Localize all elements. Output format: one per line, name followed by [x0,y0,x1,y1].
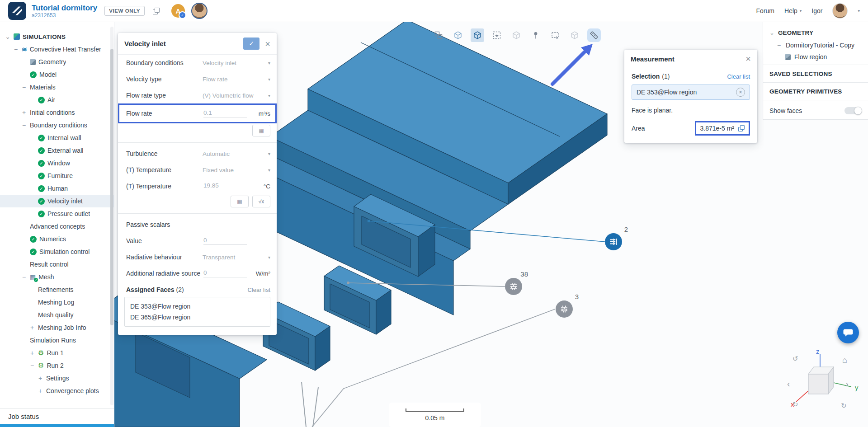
radiative-behaviour-select[interactable]: Transparent▾ [203,254,270,261]
clear-list-link[interactable]: Clear list [247,286,270,293]
tree-item-velocity-inlet[interactable]: ✓Velocity inlet [0,195,114,207]
tree-item-convergence-plots[interactable]: +Convergence plots [0,385,114,397]
tree-item-geometry[interactable]: Geometry [0,56,114,68]
geometry-primitives-header[interactable]: GEOMETRY PRIMITIVES [763,84,868,98]
plus-expander-icon[interactable]: + [29,324,35,331]
job-status-label: Job status [8,413,39,420]
measure-tool-icon[interactable] [587,28,601,42]
velocity-inlet-marker[interactable]: 2 [605,233,622,250]
plus-expander-icon[interactable]: + [37,387,43,394]
apply-button[interactable]: ✓ [243,38,259,50]
turbulence-select[interactable]: Automatic▾ [203,150,270,157]
tree-item-label: Meshing Log [38,299,74,306]
tree-item-materials[interactable]: −Materials [0,81,114,94]
tree-item-simulation-runs[interactable]: Simulation Runs [0,334,114,347]
select-face-icon[interactable] [490,28,504,42]
help-menu[interactable]: Help▾ [784,7,802,14]
support-chat-button[interactable] [837,322,859,343]
area-value-box[interactable]: 3.871e-5 m² [695,121,750,136]
minus-expander-icon[interactable]: − [21,84,27,91]
minus-expander-icon[interactable]: − [29,362,35,369]
tree-item-label: Advanced concepts [30,223,85,230]
plus-expander-icon[interactable]: + [29,349,35,357]
duplicate-project-icon[interactable] [153,8,160,14]
tree-item-air[interactable]: ✓Air [0,94,114,106]
formula-button[interactable]: √x [252,196,270,207]
tree-item-result-control[interactable]: Result control [0,258,114,271]
probe-point-icon[interactable] [529,28,542,42]
forum-link[interactable]: Forum [756,7,774,14]
value-input[interactable]: 0 [203,237,247,245]
close-icon[interactable]: × [745,54,751,63]
geometry-tree-root[interactable]: − DormitoryTutorial - Copy [763,39,868,51]
geometry-tree-flow-region[interactable]: Flow region [763,51,868,63]
wall-marker-38[interactable]: 38 [505,278,522,295]
tree-item-settings[interactable]: +Settings [0,372,114,385]
table-button[interactable]: ▦ [252,125,270,136]
owner-status-icon: ✓ [179,11,186,19]
t-temperature-input[interactable]: 19.85 [203,182,247,190]
tree-item-mesh[interactable]: −▦✓Mesh [0,271,114,283]
flow-rate-type-select[interactable]: (V) Volumetric flow▾ [203,92,270,99]
flow-rate-input[interactable]: 0.1 [203,109,247,117]
geometry-section-header[interactable]: ⌄ GEOMETRY [763,26,868,39]
tree-item-internal-wall[interactable]: ✓Internal wall [0,131,114,144]
box-select-icon[interactable] [548,28,562,42]
user-avatar[interactable] [832,3,848,19]
owner-avatar[interactable]: A✓ [171,4,185,18]
select-volume-icon[interactable] [471,28,484,42]
tree-item-run-2[interactable]: −⚙Run 2 [0,359,114,372]
remove-selection-icon[interactable]: × [736,88,745,97]
tree-item-label: Air [47,96,55,103]
tree-item-boundary-conditions[interactable]: −Boundary conditions [0,119,114,131]
minus-expander-icon[interactable]: − [13,46,19,53]
tree-item-meshing-job-info[interactable]: +Meshing Job Info [0,321,114,334]
assigned-faces-list[interactable]: DE 353@Flow regionDE 365@Flow region [124,297,270,327]
plus-expander-icon[interactable]: + [21,109,27,116]
minus-expander-icon[interactable]: − [21,273,27,281]
select-group-icon[interactable] [432,28,445,42]
tree-item-advanced-concepts[interactable]: Advanced concepts [0,220,114,233]
close-icon[interactable]: × [265,39,270,48]
clear-list-link[interactable]: Clear list [727,73,750,80]
boundary-conditions-select[interactable]: Velocity inlet▾ [203,60,270,66]
saved-selections-header[interactable]: SAVED SELECTIONS [763,67,868,80]
tree-item-meshing-log[interactable]: Meshing Log [0,296,114,309]
assigned-face-item[interactable]: DE 353@Flow region [130,301,264,312]
orientation-cube-widget[interactable]: z y x ⌂ ‹ › ↺ ↻ ↻ [774,341,865,422]
tree-item-furniture[interactable]: ✓Furniture [0,169,114,182]
velocity-type-select[interactable]: Flow rate▾ [203,76,270,83]
tree-item-refinements[interactable]: Refinements [0,283,114,296]
simscale-logo-icon[interactable] [8,2,26,20]
job-status-bar[interactable]: Job status [0,408,114,424]
sidebar-scrollbar-thumb[interactable] [110,49,113,325]
tree-item-initial-conditions[interactable]: +Initial conditions [0,106,114,119]
tree-item-external-wall[interactable]: ✓External wall [0,144,114,157]
wall-marker-3[interactable]: 3 [556,300,573,318]
tree-item-simulations[interactable]: ⌄SIMULATIONS [0,30,114,43]
chevron-expander-icon[interactable]: ⌄ [5,33,11,40]
additional-radiative-source-input[interactable]: 0 [203,269,247,277]
tree-item-run-1[interactable]: +⚙Run 1 [0,347,114,359]
tree-item-convective-heat-transfer[interactable]: −≋Convective Heat Transfer [0,43,114,56]
assigned-face-item[interactable]: DE 365@Flow region [130,312,264,323]
tree-item-window[interactable]: ✓Window [0,157,114,169]
copy-value-icon[interactable] [738,125,745,131]
selection-chip[interactable]: DE 353@Flow region × [632,84,750,100]
tree-item-human[interactable]: ✓Human [0,182,114,195]
user-menu-chevron-icon[interactable]: ▾ [858,9,860,13]
t-temperature-select[interactable]: Fixed value▾ [203,167,270,174]
view-solid-icon[interactable] [451,28,465,42]
table-button[interactable]: ▦ [231,196,249,207]
tree-item-numerics[interactable]: ✓Numerics [0,233,114,245]
show-faces-toggle[interactable] [844,107,862,114]
minus-expander-icon[interactable]: − [776,42,782,49]
tree-item-model[interactable]: ✓Model [0,68,114,81]
plus-expander-icon[interactable]: + [37,375,43,382]
tree-item-simulation-control[interactable]: ✓Simulation control [0,245,114,258]
collaborator-avatar[interactable] [191,3,208,19]
axis-y-label: y [855,384,859,391]
minus-expander-icon[interactable]: − [21,122,27,129]
tree-item-mesh-quality[interactable]: Mesh quality [0,309,114,321]
tree-item-pressure-outlet[interactable]: ✓Pressure outlet [0,207,114,220]
